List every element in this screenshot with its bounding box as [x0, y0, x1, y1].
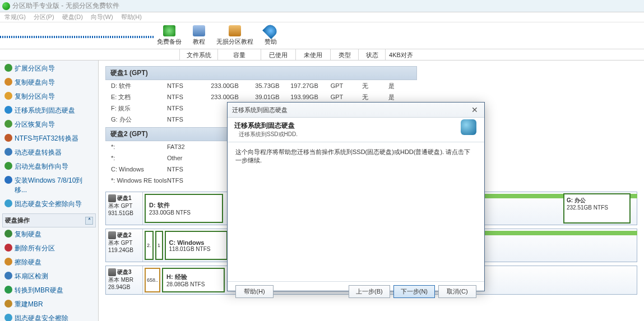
sidebar-section-diskops[interactable]: 硬盘操作 ˄	[2, 213, 96, 227]
sidebar-op-item[interactable]: 固态硬盘安全擦除	[2, 311, 96, 321]
partition-row[interactable]: D: 软件NTFS233.00GB35.73GB197.27GBGPT无是	[105, 80, 637, 91]
op-icon	[4, 230, 12, 238]
op-icon	[4, 258, 12, 266]
sidebar-op-item[interactable]: 擦除硬盘	[2, 255, 96, 269]
column-headers: 文件系统 容量 已使用 未使用 类型 状态 4KB对齐	[0, 49, 644, 61]
col-capacity: 容量	[217, 49, 261, 60]
wizard-icon	[4, 78, 12, 86]
disk-icon	[108, 194, 116, 202]
disk1-badge: 硬盘1 基本 GPT931.51GB	[106, 192, 143, 225]
sidebar-wizard-item[interactable]: NTFS与FAT32转换器	[2, 132, 96, 146]
disk-icon	[108, 231, 116, 239]
sidebar-wizard-item[interactable]: 复制分区向导	[2, 90, 96, 104]
wizard-icon	[4, 64, 12, 72]
col-used: 已使用	[261, 49, 295, 60]
sidebar-wizard-item[interactable]: 复制硬盘向导	[2, 76, 96, 90]
lossless-icon	[229, 25, 241, 36]
op-icon	[4, 286, 12, 294]
dialog-title: 迁移系统到固态硬盘	[232, 106, 288, 114]
op-icon	[4, 300, 12, 308]
disk1-seg-d[interactable]: D: 软件 233.00GB NTFS	[145, 194, 223, 223]
ssd-icon	[461, 119, 476, 135]
window-title-bar: 分区助手专业版 - 无损分区免费软件	[0, 0, 644, 12]
wizard-icon	[4, 120, 12, 128]
col-align: 4KB对齐	[385, 49, 416, 60]
sidebar-wizard-item[interactable]: 迁移系统到固态硬盘	[2, 104, 96, 118]
menu-bar[interactable]: 常规(G) 分区(P) 硬盘(D) 向导(W) 帮助(H)	[0, 12, 644, 22]
menu-disk[interactable]: 硬盘(D)	[62, 13, 83, 21]
wizard-icon	[4, 162, 12, 170]
disk-icon	[108, 268, 116, 276]
cancel-button[interactable]: 取消(C)	[438, 285, 476, 298]
col-type: 类型	[330, 49, 358, 60]
op-icon	[4, 314, 12, 321]
menu-help[interactable]: 帮助(H)	[121, 13, 142, 21]
menu-wizard[interactable]: 向导(W)	[91, 13, 113, 21]
disk1-header[interactable]: 硬盘1 (GPT)	[105, 66, 417, 80]
wizard-icon	[4, 92, 12, 100]
col-fs: 文件系统	[179, 49, 217, 60]
menu-partition[interactable]: 分区(P)	[34, 13, 54, 21]
prev-button[interactable]: 上一步(B)	[349, 285, 390, 298]
backup-icon	[163, 25, 175, 36]
window-title: 分区助手专业版 - 无损分区免费软件	[12, 1, 119, 11]
wizard-icon	[4, 106, 12, 114]
sidebar-wizard-item[interactable]: 分区恢复向导	[2, 118, 96, 132]
sidebar-op-item[interactable]: 重建MBR	[2, 297, 96, 311]
sidebar-op-item[interactable]: 坏扇区检测	[2, 269, 96, 283]
sidebar-wizard-item[interactable]: 安装Windows 7/8/10到移...	[2, 174, 96, 197]
toolbar-accent	[0, 36, 155, 38]
disk2-seg-c[interactable]: C: Windows 118.01GB NTFS	[165, 231, 228, 260]
dialog-heading: 迁移系统到固态硬盘	[234, 121, 478, 131]
sidebar: 扩展分区向导复制硬盘向导复制分区向导迁移系统到固态硬盘分区恢复向导NTFS与FA…	[0, 61, 99, 321]
disk2-seg-tiny2[interactable]: 1	[155, 231, 163, 260]
op-icon	[4, 244, 12, 252]
sidebar-op-item[interactable]: 复制硬盘	[2, 227, 96, 241]
col-free: 未使用	[295, 49, 330, 60]
op-icon	[4, 272, 12, 280]
chevron-up-icon[interactable]: ˄	[85, 217, 93, 225]
toolbar-tutorial[interactable]: 教程	[193, 25, 205, 46]
toolbar: 免费备份 教程 无损分区教程 赞助	[0, 22, 644, 49]
wizard-icon	[4, 199, 12, 207]
migrate-os-dialog: 迁移系统到固态硬盘 ✕ 迁移系统到固态硬盘 迁移系统到SSD或HDD. 这个向导…	[227, 102, 485, 291]
toolbar-lossless[interactable]: 无损分区教程	[216, 25, 253, 46]
partition-row[interactable]: E: 文档NTFS233.00GB39.01GB193.99GBGPT无是	[105, 91, 637, 103]
disk3-badge: 硬盘3 基本 MBR28.94GB	[106, 266, 143, 294]
wizard-icon	[4, 176, 12, 184]
disk2-seg-tiny1[interactable]: 2.	[145, 231, 154, 260]
disk2-badge: 硬盘2 基本 GPT119.24GB	[106, 229, 143, 262]
disk1-seg-g[interactable]: G: 办公 232.51GB NTFS	[563, 193, 631, 224]
help-button[interactable]: 帮助(H)	[235, 285, 274, 298]
menu-general[interactable]: 常规(G)	[4, 13, 26, 21]
next-button[interactable]: 下一步(N)	[393, 285, 435, 298]
sidebar-wizard-item[interactable]: 扩展分区向导	[2, 62, 96, 76]
sidebar-op-item[interactable]: 转换到MBR硬盘	[2, 283, 96, 297]
dialog-subheading: 迁移系统到SSD或HDD.	[234, 131, 478, 138]
disk3-seg-tiny[interactable]: 658..	[145, 268, 160, 292]
app-icon	[2, 2, 10, 10]
sidebar-wizard-item[interactable]: 动态硬盘转换器	[2, 146, 96, 160]
disk3-seg-h[interactable]: H: 经验 28.08GB NTFS	[162, 268, 225, 292]
wizard-icon	[4, 134, 12, 142]
sidebar-op-item[interactable]: 删除所有分区	[2, 241, 96, 255]
dialog-body-text: 这个向导程序将帮助您迁移当前操作系统到SSD(固态硬盘)或HDD(普通硬盘). …	[235, 148, 476, 165]
tutorial-icon	[193, 25, 205, 36]
heart-icon	[262, 22, 279, 39]
sidebar-wizard-item[interactable]: 固态硬盘安全擦除向导	[2, 197, 96, 211]
toolbar-backup[interactable]: 免费备份	[157, 25, 182, 46]
sidebar-wizard-item[interactable]: 启动光盘制作向导	[2, 160, 96, 174]
wizard-icon	[4, 148, 12, 156]
col-status: 状态	[358, 49, 385, 60]
close-icon[interactable]: ✕	[470, 105, 480, 115]
toolbar-sponsor[interactable]: 赞助	[265, 25, 277, 46]
